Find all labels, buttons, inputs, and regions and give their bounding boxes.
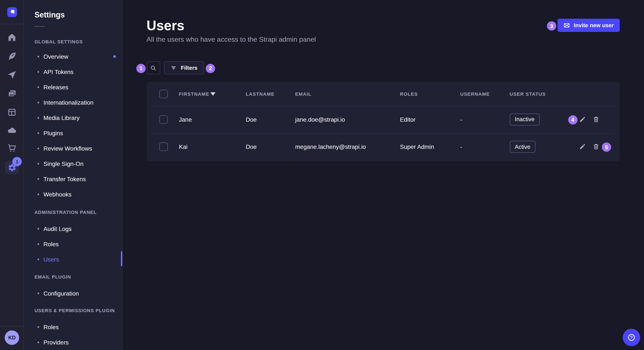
column-header-roles: ROLES bbox=[400, 82, 418, 106]
bullet bbox=[38, 258, 39, 260]
bullet bbox=[38, 326, 39, 328]
layout-icon[interactable] bbox=[7, 107, 17, 117]
cell-roles: Super Admin bbox=[400, 144, 434, 150]
bullet bbox=[38, 193, 39, 195]
select-all-checkbox[interactable] bbox=[159, 90, 168, 98]
annotation-marker-1: 1 bbox=[136, 64, 146, 73]
media-library-icon[interactable] bbox=[7, 88, 17, 99]
sidebar-item-webhooks[interactable]: Webhooks bbox=[24, 190, 122, 198]
cell-email: jane.doe@strapi.io bbox=[295, 116, 345, 123]
cell-username: - bbox=[460, 116, 462, 123]
cell-lastname: Doe bbox=[246, 116, 256, 123]
section-users-permissions-plugin: USERS & PERMISSIONS PLUGIN bbox=[34, 308, 115, 313]
settings-sidebar-title: Settings bbox=[34, 11, 65, 19]
sidebar-item-audit-logs[interactable]: Audit Logs bbox=[24, 224, 122, 233]
cloud-icon[interactable] bbox=[7, 125, 17, 135]
row-checkbox[interactable] bbox=[159, 115, 168, 124]
invite-new-user-button[interactable]: Invite new user bbox=[558, 19, 620, 32]
row-checkbox[interactable] bbox=[159, 143, 168, 151]
cell-firstname: Jane bbox=[179, 116, 192, 123]
sidebar-item-plugins[interactable]: Plugins bbox=[24, 129, 122, 137]
filters-button[interactable]: Filters bbox=[164, 61, 204, 74]
bullet bbox=[38, 86, 39, 88]
sidebar-item-transfer-tokens[interactable]: Transfer Tokens bbox=[24, 175, 122, 183]
sidebar-item-media-library[interactable]: Media Library bbox=[24, 113, 122, 122]
help-button[interactable]: ? bbox=[623, 329, 640, 346]
cell-lastname: Doe bbox=[246, 144, 256, 150]
home-icon[interactable] bbox=[7, 32, 17, 42]
trash-icon bbox=[592, 116, 600, 123]
nav-rail: 1 KD bbox=[0, 0, 24, 350]
bullet bbox=[38, 163, 39, 164]
filter-icon bbox=[170, 65, 177, 71]
bullet bbox=[38, 132, 39, 134]
active-item-indicator bbox=[121, 251, 122, 266]
marketplace-cart-icon[interactable] bbox=[7, 143, 17, 153]
bullet bbox=[38, 341, 39, 343]
settings-sidebar: Settings GLOBAL SETTINGS Overview API To… bbox=[24, 0, 122, 350]
sidebar-item-api-tokens[interactable]: API Tokens bbox=[24, 67, 122, 76]
bullet bbox=[38, 243, 39, 245]
sidebar-item-overview[interactable]: Overview bbox=[24, 52, 122, 61]
sort-caret-icon[interactable] bbox=[210, 92, 215, 96]
bullet bbox=[38, 55, 39, 57]
annotation-marker-5: 5 bbox=[602, 143, 611, 152]
search-icon bbox=[150, 64, 157, 71]
status-badge: Inactive bbox=[510, 114, 540, 126]
bullet bbox=[38, 293, 39, 294]
settings-notification-badge: 1 bbox=[12, 157, 22, 166]
edit-user-button[interactable] bbox=[578, 143, 586, 151]
annotation-marker-2: 2 bbox=[206, 64, 215, 73]
cell-firstname: Kai bbox=[179, 144, 188, 150]
pencil-icon bbox=[578, 116, 586, 123]
page-subtitle: All the users who have access to the Str… bbox=[146, 36, 316, 43]
column-header-username: USERNAME bbox=[460, 82, 490, 106]
delete-user-button[interactable] bbox=[592, 143, 600, 151]
cell-roles: Editor bbox=[400, 116, 416, 123]
overview-notification-dot bbox=[113, 55, 116, 58]
bullet bbox=[38, 228, 39, 229]
bullet bbox=[38, 147, 39, 149]
column-header-lastname: LASTNAME bbox=[246, 82, 274, 106]
section-administration-panel: ADMINISTRATION PANEL bbox=[34, 209, 97, 215]
send-icon[interactable] bbox=[7, 70, 17, 80]
status-badge: Active bbox=[510, 141, 536, 153]
table-row: Kai Doe megane.lacheny@strapi.io Super A… bbox=[147, 133, 619, 161]
sidebar-item-releases[interactable]: Releases bbox=[24, 83, 122, 91]
user-avatar[interactable]: KD bbox=[5, 331, 19, 345]
section-global-settings: GLOBAL SETTINGS bbox=[34, 38, 83, 44]
rail-bottom-divider bbox=[0, 326, 24, 327]
sidebar-item-up-roles[interactable]: Roles bbox=[24, 323, 122, 331]
sidebar-item-users[interactable]: Users bbox=[24, 255, 122, 263]
sidebar-item-providers[interactable]: Providers bbox=[24, 338, 122, 347]
sidebar-item-admin-roles[interactable]: Roles bbox=[24, 240, 122, 248]
content-quill-icon[interactable] bbox=[7, 51, 17, 61]
column-header-user-status: USER STATUS bbox=[510, 82, 546, 106]
annotation-marker-3: 3 bbox=[547, 21, 556, 31]
column-header-firstname[interactable]: FIRSTNAME bbox=[179, 82, 209, 106]
users-table: FIRSTNAME LASTNAME EMAIL ROLES USERNAME … bbox=[147, 82, 619, 161]
bullet bbox=[38, 71, 39, 72]
cell-username: - bbox=[460, 144, 462, 150]
envelope-icon bbox=[564, 22, 570, 28]
bullet bbox=[38, 117, 39, 118]
strapi-logo[interactable] bbox=[7, 7, 17, 17]
column-header-email: EMAIL bbox=[295, 82, 311, 106]
annotation-marker-4: 4 bbox=[568, 115, 578, 124]
sidebar-item-internationalization[interactable]: Internationalization bbox=[24, 98, 122, 107]
section-email-plugin: EMAIL PLUGIN bbox=[34, 274, 71, 280]
delete-user-button[interactable] bbox=[592, 115, 600, 124]
rail-divider bbox=[0, 24, 24, 24]
sidebar-item-single-sign-on[interactable]: Single Sign-On bbox=[24, 159, 122, 168]
search-button[interactable] bbox=[147, 61, 160, 74]
question-mark-icon: ? bbox=[627, 333, 636, 342]
sidebar-item-configuration[interactable]: Configuration bbox=[24, 289, 122, 298]
pencil-icon bbox=[578, 143, 586, 150]
edit-user-button[interactable] bbox=[578, 115, 586, 124]
bullet bbox=[38, 178, 39, 180]
trash-icon bbox=[592, 143, 600, 150]
sidebar-item-review-workflows[interactable]: Review Workflows bbox=[24, 144, 122, 153]
strapi-logo-icon bbox=[7, 7, 17, 17]
settings-title-underline bbox=[34, 26, 45, 27]
table-row: Jane Doe jane.doe@strapi.io Editor - Ina… bbox=[147, 106, 619, 133]
